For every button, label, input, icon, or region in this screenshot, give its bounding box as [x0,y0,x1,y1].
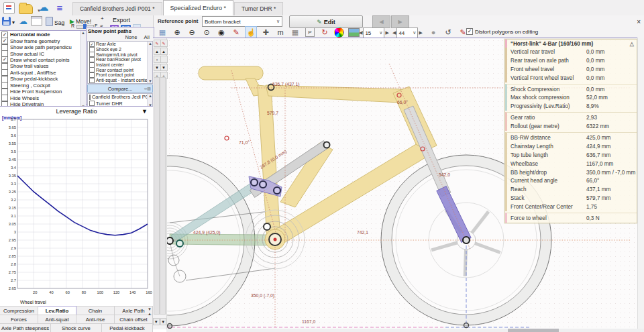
distort-checkbox[interactable]: ✓ Distort polygons on editing [466,28,538,35]
point-path-anti-squat-instant-center[interactable]: Anti-squat - Instant center [88,78,152,83]
point-path-swingarm-link-pivot[interactable]: Swingarm/Link pivot [88,52,152,57]
checkbox[interactable] [89,72,95,78]
spin-right-icon[interactable]: ▶ [419,30,422,36]
point-path-rear-contact-point[interactable]: Rear contact point [88,67,152,72]
spin-right-icon[interactable]: ▶ [385,30,388,36]
collapse-panel-icon[interactable]: △ [630,41,634,47]
point-path-shock-eye-2[interactable]: Shock eye 2 [88,47,152,52]
scroll-down-icon[interactable]: ▼ [160,318,167,325]
pan-hand-icon[interactable]: ☝ [245,26,257,38]
zoom-window-icon[interactable]: ◉ [215,26,227,38]
checkbox[interactable]: ✓ [1,57,8,63]
checkbox[interactable] [89,52,95,57]
checkbox[interactable] [1,89,8,95]
display-option-show-frame-geometry[interactable]: ✓Show frame geometry [0,38,86,44]
grid-icon[interactable]: ▦ [156,26,168,38]
spin-left-icon[interactable]: ◀ [359,30,362,36]
checkbox[interactable] [1,95,8,101]
checkbox[interactable]: ✓ [89,42,95,47]
refresh-icon[interactable]: ↻ [319,26,331,38]
zoom-in-icon[interactable]: ⊕ [171,26,183,38]
flag-p-icon[interactable]: P [305,27,315,37]
plus-button[interactable]: + [101,15,104,21]
display-option-show-pedal-kickback[interactable]: Show pedal-kickback [0,76,86,82]
nudge-up-icon[interactable]: ▲ [160,48,168,55]
horizontal-scrollbar[interactable] [166,329,644,332]
analysis-tab-compression[interactable]: Compression [0,306,38,315]
display-option-draw-wheel-contact-points[interactable]: ✓Draw wheel contact points [0,57,86,63]
save-icon[interactable] [2,17,11,25]
window-icon[interactable] [31,16,42,25]
menu-icon[interactable]: ≡ [54,2,66,13]
point-path-front-contact-point[interactable]: Front contact point [88,72,152,78]
checkbox[interactable] [1,76,8,82]
edit-point-icon[interactable]: ✎ [160,40,168,47]
palette-icon[interactable] [334,27,344,38]
small-grid-icon[interactable]: ▦ [289,26,301,38]
linkage-canfield-brothers-jedi-p001[interactable]: Canfield Brothers Jedi P001 [88,94,152,101]
scroll-up-icon[interactable]: ▲ [148,42,152,46]
point-path-rear-axle[interactable]: ✓Rear Axle [88,42,152,47]
display-option-hide-wheels[interactable]: Hide Wheels [0,95,86,101]
spin-left-icon[interactable]: ◀ [392,30,396,36]
save-dropdown-icon[interactable]: ▾ [12,19,15,25]
checkbox[interactable] [89,78,95,83]
chart-dropdown-icon[interactable]: ▼ [142,108,148,115]
checkbox[interactable] [1,70,8,76]
draw-icon[interactable]: ✎ [230,26,242,38]
cloud-upload-icon[interactable]: ☁ [19,16,28,26]
travel-slider-front[interactable] [160,77,166,315]
none-button[interactable]: None [125,34,137,40]
scroll-down-icon[interactable]: ▼ [153,318,160,325]
new-file-icon[interactable] [3,2,15,14]
tab-turner-dhr[interactable]: Turner DHR * [234,2,283,15]
checkbox[interactable] [1,44,8,50]
checkbox[interactable] [1,50,8,56]
move-icon[interactable]: ✚ [260,26,272,38]
reference-point-select[interactable]: Bottom bracket∨ [202,16,282,27]
zoom-level-spinner[interactable]: ◀ 15∨ ▶ [359,27,389,38]
checkbox[interactable] [89,67,95,72]
point-paths-scrollbar[interactable]: ▲▼ [147,42,152,83]
travel-slider-rear[interactable] [154,77,160,315]
display-option-hide-front-suspension[interactable]: Hide Front Suspension [0,89,86,95]
display-option-show-trail-values[interactable]: Show trail values [0,63,86,69]
display-option-show-axle-path-perpendicu[interactable]: Show axle path perpendicu [0,44,86,50]
close-icon[interactable]: × [637,18,641,25]
linkage-canvas[interactable]: ✎✎ ▲▲ • ▼▼ ▲▲ ▼▼ [153,38,637,329]
display-option-horizontal-mode[interactable]: ✓Horizontal mode [0,32,86,38]
sag-label[interactable]: Sag [54,19,64,26]
tab-specialized-enduro[interactable]: Specialized Enduro * [163,0,234,15]
display-option-anti-squat-antirise[interactable]: Anti-squat , AntiRise [0,70,86,76]
scroll-up-icon[interactable]: ▲ [81,31,85,35]
checkbox[interactable] [89,62,95,68]
open-folder-icon[interactable] [19,4,33,14]
checkbox[interactable] [89,47,95,52]
display-option-steering-cockpit[interactable]: Steering , Cockpit [0,82,86,89]
measure-icon[interactable]: m [274,26,286,38]
point-path-instant-center[interactable]: Instant center [88,62,152,68]
analysis-tab-axle-path-steepness[interactable]: Axle Path steepness [0,323,51,332]
compare-options-icon[interactable]: ▨ [147,87,151,91]
analysis-tab-lev-ratio[interactable]: Lev.Ratio [38,306,76,315]
checkbox[interactable] [89,57,95,62]
analysis-tab-anti-squat[interactable]: Anti-squat [38,315,76,323]
chainstay[interactable] [170,234,278,245]
tab-canfield-brothers-jedi-p001[interactable]: Canfield Brothers Jedi P001 * [72,2,162,15]
all-button[interactable]: All [144,34,150,40]
scroll-down-icon[interactable]: ▼ [148,79,152,83]
checkbox[interactable]: ✓ [1,38,8,44]
scrollbar-thumb[interactable] [508,329,559,332]
nudge-down-icon[interactable]: ▼ [160,64,168,71]
zoom-reset-icon[interactable]: ⊙ [201,26,213,38]
options-scrollbar[interactable]: ▲▼ [80,31,86,109]
cloud-upload-icon[interactable]: ☁ [38,2,50,13]
linkage-scrollbar[interactable]: ▲▼ [147,94,152,107]
rotate-icon[interactable]: ↺ [442,26,454,38]
display-option-show-actual-ic[interactable]: Show actual IC [0,50,86,56]
layers-icon[interactable] [348,28,360,37]
analysis-tab-forces[interactable]: Forces [0,315,38,323]
checkbox[interactable]: ✓ [466,28,473,35]
scroll-up-icon[interactable]: ▲ [148,94,152,98]
snapshot-icon[interactable]: ● [427,26,439,38]
